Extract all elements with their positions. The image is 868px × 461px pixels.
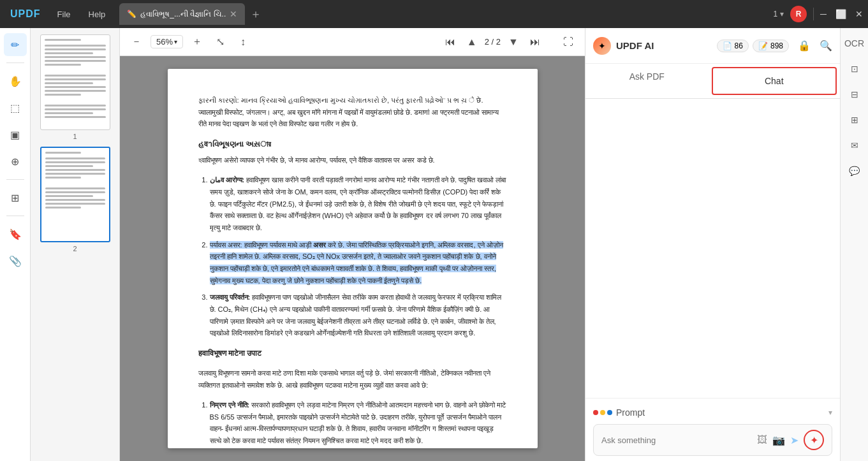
page-nav: ⏮ ▲ 2 / 2 ▼ ⏭: [441, 33, 544, 51]
pdf-area: － 56% ▾ ＋ ⤡ ↕ ⏮ ▲ 2 / 2 ▼ ⏭ ⛶: [120, 28, 585, 461]
thumbnail-2[interactable]: 2: [36, 147, 114, 252]
zoom-chevron-icon: ▾: [174, 38, 177, 45]
document-tab[interactable]: ✏️ હવાવિભૂષ_...ની વૈજ્ઞાનિ ચિ.. ✕: [119, 3, 245, 25]
prompt-input[interactable]: [601, 435, 752, 445]
page-info: 2 / 2: [485, 37, 501, 47]
updf-ai-logo: ✦: [593, 37, 611, 55]
menu-file[interactable]: File: [51, 7, 77, 22]
prompt-input-actions: 🖼 📷 ➤: [757, 434, 798, 446]
badge-area: 📄 86 📝 898: [717, 40, 789, 52]
page-first-button[interactable]: ⏮: [441, 33, 459, 51]
text-list-1: مانव आरोग्य: हवाविभूषण खास करीने पानी वर…: [198, 174, 507, 339]
sidebar-attach-icon[interactable]: 📎: [4, 249, 27, 272]
menu-help[interactable]: Help: [82, 7, 112, 22]
sidebar-divider-1: [6, 62, 24, 63]
search-icon[interactable]: 🔍: [820, 40, 832, 52]
tab-ask-pdf[interactable]: Ask PDF: [585, 64, 709, 98]
image-attach-icon[interactable]: 🖼: [757, 434, 767, 446]
pages-icon: 📄: [723, 41, 732, 50]
ai-panel: ✦ UPDF AI 📄 86 📝 898 🔒 🔍 Ask PDF Chat: [585, 28, 840, 461]
words-badge: 📝 898: [753, 40, 789, 52]
sidebar-select-icon[interactable]: ⬚: [4, 96, 27, 119]
ai-sparkle-button[interactable]: ✦: [804, 430, 824, 450]
dot-blue: [607, 410, 612, 415]
badge-words-count: 898: [770, 41, 783, 50]
sidebar-divider-2: [6, 179, 24, 180]
thumb-img-1: [40, 34, 110, 130]
text-block-solutions: जलवायु विभूषणना सामनो करवा माटे ठणा दिशा…: [198, 367, 507, 391]
top-bar: UPDF File Help ✏️ હવાવિભૂષ_...ની વૈજ્ઞાન…: [0, 0, 868, 28]
right-sidebar-icon-5[interactable]: ✉: [844, 135, 865, 156]
tab-chat[interactable]: Chat: [712, 67, 837, 95]
sidebar-edit-icon[interactable]: ✏: [4, 33, 27, 56]
ai-panel-title: UPDF AI: [616, 40, 654, 51]
tab-count: 1 ▾: [773, 10, 784, 18]
thumb-label-1: 1: [73, 133, 77, 140]
pdf-toolbar: － 56% ▾ ＋ ⤡ ↕ ⏮ ▲ 2 / 2 ▼ ⏭ ⛶: [120, 28, 585, 56]
minimize-button[interactable]: ─: [820, 9, 827, 19]
thumbnail-panel: 1 2: [31, 28, 120, 461]
ai-chat-content[interactable]: [585, 99, 840, 398]
zoom-level: 56%: [156, 37, 173, 47]
zoom-display[interactable]: 56% ▾: [151, 35, 183, 48]
sidebar-divider-3: [6, 216, 24, 216]
pdf-content[interactable]: ફ઼ારની કારણો: માનવ ક્રિયાઓ હવાવિભૂષણના મ…: [120, 56, 585, 461]
pdf-page-main: ફ઼ારની કારણો: માનવ ક્રિયાઓ હવાવિભૂષણના મ…: [168, 69, 538, 448]
text-block-heading1: હवาવિભૂષણના અસ઼ার হवाविभूषण असेरो व्यापक…: [198, 138, 507, 166]
tab-close-icon[interactable]: ✕: [230, 9, 237, 19]
thumb-label-2: 2: [73, 245, 77, 252]
main-layout: ✏ ✋ ⬚ ▣ ⊕ ⊞ 🔖 📎: [0, 28, 868, 461]
toolbar-right-icons: ⛶: [559, 33, 577, 51]
dot-yellow: [600, 410, 605, 415]
top-bar-right: 1 ▾ R ─ ⬜ ✕: [773, 6, 863, 22]
pages-badge: 📄 86: [717, 40, 749, 52]
words-icon: 📝: [758, 41, 768, 50]
fit-width-button[interactable]: ↕: [234, 33, 252, 51]
tab-area: ✏️ હવાવિભૂષ_...ની વૈજ્ઞાનિ ચિ.. ✕ ＋: [119, 3, 768, 25]
thumbnail-1[interactable]: 1: [36, 34, 114, 140]
page-last-button[interactable]: ⏭: [526, 33, 544, 51]
text-list-2: निम्रण एने नीति: सरकारो हवाविभूषण एने लड…: [198, 399, 507, 447]
page-next-button[interactable]: ▼: [504, 33, 522, 51]
ocr-icon[interactable]: OCR: [844, 33, 865, 54]
prompt-chevron-icon[interactable]: ▾: [828, 408, 832, 417]
right-sidebar-icon-2[interactable]: ⊡: [844, 59, 865, 79]
page-prev-button[interactable]: ▲: [463, 33, 481, 51]
right-sidebar-icon-6[interactable]: 💬: [844, 161, 865, 181]
sidebar-layers-icon[interactable]: ⊞: [4, 186, 27, 209]
badge-pages-count: 86: [735, 41, 743, 50]
fit-page-button[interactable]: ⤡: [211, 33, 229, 51]
maximize-button[interactable]: ⬜: [835, 9, 846, 19]
send-button[interactable]: ➤: [790, 434, 798, 446]
prompt-input-area: 🖼 📷 ➤ ✦: [593, 424, 832, 456]
tab-title: હવાવિભૂષ_...ની વૈજ્ઞાનિ ચિ..: [140, 10, 226, 18]
new-tab-button[interactable]: ＋: [245, 6, 267, 22]
left-sidebar: ✏ ✋ ⬚ ▣ ⊕ ⊞ 🔖 📎: [0, 28, 31, 461]
prompt-dots: [593, 410, 612, 415]
ai-prompt-area: Prompt ▾ 🖼 📷 ➤ ✦: [585, 398, 840, 461]
close-button[interactable]: ✕: [855, 9, 863, 19]
ai-panel-header: ✦ UPDF AI 📄 86 📝 898 🔒 🔍: [585, 28, 840, 64]
app-logo: UPDF: [5, 8, 46, 20]
zoom-in-button[interactable]: ＋: [188, 33, 206, 51]
sidebar-stamp-icon[interactable]: ⊕: [4, 150, 27, 173]
avatar[interactable]: R: [790, 6, 807, 22]
right-sidebar: OCR ⊡ ⊟ ⊞ ✉ 💬: [840, 28, 868, 461]
sidebar-bookmark-icon[interactable]: 🔖: [4, 223, 27, 245]
presentation-mode-button[interactable]: ⛶: [559, 33, 577, 51]
thumb-img-2: [40, 147, 110, 242]
ai-tab-bar: Ask PDF Chat: [585, 64, 840, 99]
screenshot-icon[interactable]: 📷: [772, 434, 785, 446]
dot-red: [593, 410, 598, 415]
zoom-out-button[interactable]: －: [128, 33, 145, 51]
prompt-label: Prompt: [616, 407, 645, 418]
lock-icon[interactable]: 🔒: [798, 40, 811, 52]
text-block-intro: ફ઼ારની કારણો: માનવ ક્રિયાઓ હવાવિભૂષણના મ…: [198, 94, 507, 130]
right-sidebar-icon-4[interactable]: ⊞: [844, 110, 865, 130]
window-controls: ─ ⬜ ✕: [820, 9, 863, 19]
text-block-heading2: हवाविभूषण माटेना उपाट: [198, 347, 507, 360]
right-sidebar-icon-3[interactable]: ⊟: [844, 84, 865, 105]
sidebar-highlight-icon[interactable]: ▣: [4, 123, 27, 146]
prompt-header: Prompt ▾: [593, 404, 832, 421]
sidebar-hand-icon[interactable]: ✋: [4, 70, 27, 92]
